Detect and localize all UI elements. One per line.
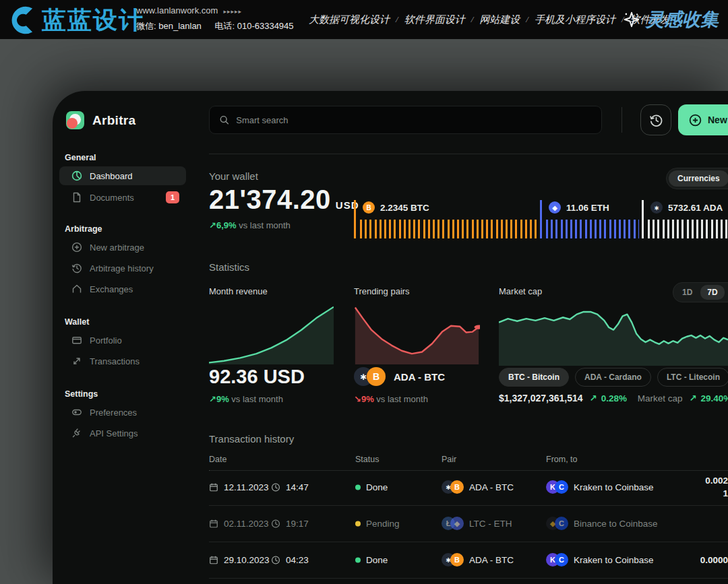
tx-pair: ADA - BTC xyxy=(469,482,514,492)
tx-status: Done xyxy=(366,482,388,492)
dashboard-card: Arbitra General Dashboard Documents 1 Ar… xyxy=(53,91,728,584)
btc-coin-icon: B xyxy=(367,367,386,386)
transaction-row[interactable]: 12.11.2023 14:47 Done ∗B ADA - BTC KC Kr… xyxy=(209,469,728,505)
ada-coin-icon: ∗ xyxy=(650,201,663,214)
month-revenue-label: Month revenue xyxy=(209,286,268,296)
sidebar-section-wallet: Wallet xyxy=(65,317,89,327)
nav-separator: / xyxy=(396,14,398,25)
row-divider xyxy=(209,578,728,579)
col-pair: Pair xyxy=(442,455,456,464)
range-1d[interactable]: 1D xyxy=(675,285,699,300)
banner-nav-item[interactable]: 手机及小程序设计 xyxy=(535,13,615,26)
documents-badge: 1 xyxy=(166,191,179,203)
banner-logo-text: 蓝蓝设计 xyxy=(42,4,144,37)
nav-separator: / xyxy=(471,14,474,25)
banner-nav-item[interactable]: 网站建设 xyxy=(479,13,520,26)
sidebar-item-preferences[interactable]: Preferences xyxy=(59,403,186,422)
sidebar-item-arbitrage-history[interactable]: Arbitrage history xyxy=(59,259,186,278)
btc-coin-icon: B xyxy=(450,480,464,494)
star-collect-icon xyxy=(623,11,640,28)
status-dot xyxy=(355,521,361,526)
wallet-change: ↗6,9% vs last month xyxy=(209,220,291,230)
banner-website-link[interactable]: www.lanlanwork.com xyxy=(136,5,218,15)
transaction-row[interactable]: 02.11.2023 19:17 Pending Ł◆ LTC - ETH ◆C… xyxy=(209,505,728,542)
col-date: Date xyxy=(209,455,226,464)
calendar-icon xyxy=(209,519,218,528)
tx-amount: 0.0000 xyxy=(700,554,728,566)
arbitra-logo-icon xyxy=(66,111,84,129)
transaction-row[interactable]: 29.10.2023 04:23 Done ∗B ADA - BTC KC Kr… xyxy=(209,542,728,578)
coinbase-icon: C xyxy=(555,517,568,530)
tab-currencies[interactable]: Currencies xyxy=(669,170,728,187)
status-dot xyxy=(355,557,361,562)
sidebar-item-transactions[interactable]: Transactions xyxy=(59,352,186,370)
sidebar-item-exchanges[interactable]: Exchanges xyxy=(59,280,186,298)
transactions-title: Transaction history xyxy=(209,433,294,445)
sidebar-item-label: Preferences xyxy=(90,408,186,418)
search-bar xyxy=(209,106,602,134)
pair-icons: Ł◆ xyxy=(442,517,464,530)
sidebar-item-api-settings[interactable]: API Settings xyxy=(59,424,186,443)
btc-coin-icon: B xyxy=(450,553,464,566)
tx-date: 02.11.2023 xyxy=(224,519,269,529)
search-icon xyxy=(219,115,229,125)
holding-segment-eth: ◆ 11.06 ETH xyxy=(540,200,639,238)
sidebar-item-dashboard[interactable]: Dashboard xyxy=(59,166,186,185)
bank-icon xyxy=(71,284,82,294)
pie-chart-icon xyxy=(71,170,82,181)
statistics-title: Statistics xyxy=(209,261,249,273)
document-icon xyxy=(71,192,82,203)
month-revenue-chart xyxy=(209,305,334,364)
coinbase-icon: C xyxy=(555,553,568,566)
wallet-title: Your wallet xyxy=(209,170,258,182)
banner-nav-item[interactable]: 大数据可视化设计 xyxy=(309,13,390,26)
sidebar-item-label: Exchanges xyxy=(90,284,186,294)
route-icons: ◆C xyxy=(546,517,568,530)
pill-ada-cardano[interactable]: ADA - Cardano xyxy=(575,368,651,387)
holding-amount: 5732.61 ADA xyxy=(668,203,723,213)
tx-time: 19:17 xyxy=(286,519,309,529)
tx-route: Kraken to Coinbase xyxy=(574,555,654,565)
sidebar-item-new-arbitrage[interactable]: New arbitrage xyxy=(59,238,186,257)
market-cap-caption: Market cap xyxy=(638,393,683,403)
calendar-icon xyxy=(209,555,218,564)
sidebar-item-label: Transactions xyxy=(90,356,186,366)
holding-segment-btc: B 2.2345 BTC xyxy=(354,200,537,238)
banner-nav-item[interactable]: 软件界面设计 xyxy=(404,13,465,26)
history-icon xyxy=(649,113,663,127)
pill-ltc-litecoin[interactable]: LTC - Litecoin xyxy=(657,368,728,387)
coinbase-icon: C xyxy=(555,480,568,494)
sidebar-item-documents[interactable]: Documents 1 xyxy=(59,188,186,207)
trending-pair: ∗ B ADA - BTC xyxy=(354,367,445,386)
tx-route: Kraken to Coinbase xyxy=(574,482,654,492)
history-button[interactable] xyxy=(640,104,671,135)
banner-nav: 大数据可视化设计/ 软件界面设计/ 网站建设/ 手机及小程序设计/ 软件开发 xyxy=(309,0,671,39)
eth-coin-icon: ◆ xyxy=(549,201,561,214)
eth-coin-icon: ◆ xyxy=(450,517,464,530)
range-7d[interactable]: 7D xyxy=(700,285,724,300)
inspiration-collect-button[interactable]: 灵感收集 xyxy=(623,0,719,39)
search-input[interactable] xyxy=(236,115,592,125)
sidebar-item-portfolio[interactable]: Portfolio xyxy=(59,331,186,350)
lanlan-logo-icon xyxy=(9,5,39,35)
app-name: Arbitra xyxy=(92,113,135,128)
sidebar-item-label: Documents xyxy=(90,193,158,203)
eth-bars xyxy=(546,220,639,238)
wallet-icon xyxy=(71,335,82,346)
pair-icons: ∗B xyxy=(442,553,464,566)
history-icon xyxy=(71,263,82,273)
topbar-divider xyxy=(621,107,622,133)
sidebar-item-label: Portfolio xyxy=(90,335,186,346)
new-arbitrage-button[interactable]: New a xyxy=(678,104,728,135)
clock-icon xyxy=(271,519,280,528)
sidebar-item-label: API Settings xyxy=(90,428,186,439)
market-cap-value: $1,327,027,361,514 xyxy=(499,393,583,403)
btc-bars xyxy=(360,220,537,238)
sidebar-section-settings: Settings xyxy=(65,389,98,399)
plus-circle-icon xyxy=(71,242,82,253)
wallet-balance: 21'374.20USD xyxy=(209,185,359,215)
market-cap-label: Market cap xyxy=(499,286,542,296)
tx-amount: 0.0021 xyxy=(705,474,728,500)
pill-btc-bitcoin[interactable]: BTC - Bitcoin xyxy=(499,368,569,387)
trending-pairs-label: Trending pairs xyxy=(354,286,410,296)
